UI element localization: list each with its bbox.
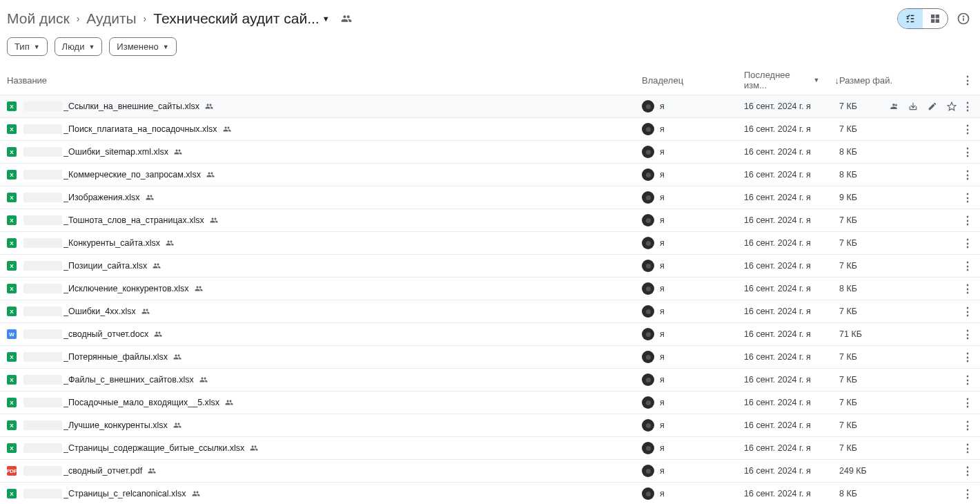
chevron-right-icon: › (144, 13, 147, 24)
row-more-button[interactable]: ⋮ (963, 419, 973, 432)
avatar (642, 419, 654, 432)
header-more-button[interactable]: ⋮ (963, 74, 973, 87)
file-modified: 16 сент. 2024 г. я (744, 101, 839, 111)
col-header-modified[interactable]: Последнее изм... ▼ ↓ (744, 70, 839, 90)
col-header-size[interactable]: Размер фай. (839, 75, 963, 86)
file-name-text: _Страницы_с_relcanonical.xlsx (63, 489, 186, 498)
file-name-text: _сводный_отчет.docx (63, 329, 148, 339)
redacted-prefix (23, 329, 62, 339)
col-header-owner[interactable]: Владелец (642, 75, 744, 86)
file-name-text: _Исключение_конкурентов.xlsx (63, 284, 189, 293)
info-button[interactable] (954, 9, 973, 28)
folder-shared-icon[interactable] (341, 13, 352, 24)
file-row[interactable]: X _Ошибки_sitemap.xml.xlsx я 16 сент. 20… (0, 141, 980, 164)
file-row[interactable]: X _Ссылки_на_внешние_сайты.xlsx я 16 сен… (0, 95, 980, 118)
file-name: _Страницы_с_relcanonical.xlsx (63, 489, 642, 498)
download-icon[interactable] (908, 101, 918, 111)
file-name-text: _Страницы_содержащие_битые_ссылки.xlsx (63, 443, 244, 453)
file-modified: 16 сент. 2024 г. я (744, 352, 839, 362)
row-more-button[interactable]: ⋮ (963, 305, 973, 318)
edit-icon[interactable] (928, 101, 937, 111)
breadcrumb-item-0[interactable]: Мой диск (7, 10, 70, 27)
file-name-text: _Позиции_сайта.xlsx (63, 261, 147, 271)
shared-icon (173, 421, 182, 429)
row-more-button[interactable]: ⋮ (963, 191, 973, 204)
file-row[interactable]: X _Коммерческие_по_запросам.xlsx я 16 се… (0, 164, 980, 186)
row-more-button[interactable]: ⋮ (963, 260, 973, 273)
share-icon[interactable] (889, 101, 899, 111)
file-row[interactable]: X _Конкуренты_сайта.xlsx я 16 сент. 2024… (0, 232, 980, 255)
redacted-prefix (23, 307, 62, 316)
file-row[interactable]: X _Тошнота_слов_на_страницах.xlsx я 16 с… (0, 209, 980, 232)
row-more-button[interactable]: ⋮ (963, 442, 973, 455)
row-more-button[interactable]: ⋮ (963, 168, 973, 182)
file-row[interactable]: W _сводный_отчет.docx я 16 сент. 2024 г.… (0, 323, 980, 346)
file-size: 7 КБ (839, 375, 963, 385)
row-more-button[interactable]: ⋮ (963, 465, 973, 478)
file-row[interactable]: X _Исключение_конкурентов.xlsx я 16 сент… (0, 278, 980, 300)
redacted-prefix (23, 284, 62, 293)
row-more-button[interactable]: ⋮ (963, 100, 973, 113)
file-name-text: _Поиск_плагиата_на_посадочных.xlsx (63, 124, 217, 134)
redacted-prefix (23, 375, 62, 385)
filter-modified[interactable]: Изменено ▼ (109, 37, 176, 56)
shared-icon (195, 284, 203, 293)
shared-icon (225, 398, 233, 407)
owner-label: я (660, 215, 665, 225)
avatar (642, 100, 654, 113)
row-more-button[interactable]: ⋮ (963, 146, 973, 159)
row-more-button[interactable]: ⋮ (963, 374, 973, 387)
list-view-button[interactable] (898, 9, 923, 28)
file-name: _Коммерческие_по_запросам.xlsx (63, 170, 642, 180)
file-size: 7 КБ (839, 215, 963, 225)
breadcrumb-item-current[interactable]: Технический аудит сай... ▼ (153, 10, 329, 27)
redacted-prefix (23, 420, 62, 430)
row-more-button[interactable]: ⋮ (963, 123, 973, 136)
file-owner: я (642, 100, 744, 113)
xlsx-file-icon: X (7, 147, 17, 157)
file-name: _Поиск_плагиата_на_посадочных.xlsx (63, 124, 642, 134)
row-more-button[interactable]: ⋮ (963, 351, 973, 364)
avatar (642, 260, 654, 272)
file-row[interactable]: X _Изображения.xlsx я 16 сент. 2024 г. я… (0, 186, 980, 209)
col-header-name[interactable]: Название (7, 75, 642, 86)
avatar (642, 396, 654, 409)
file-row[interactable]: X _Посадочные_мало_входящих__5.xlsx я 16… (0, 391, 980, 414)
file-modified: 16 сент. 2024 г. я (744, 466, 839, 476)
file-size: 7 КБ (839, 238, 963, 248)
shared-icon (205, 102, 213, 110)
file-row[interactable]: X _Файлы_с_внешних_сайтов.xlsx я 16 сент… (0, 369, 980, 391)
file-name-text: _Изображения.xlsx (63, 193, 140, 202)
file-row[interactable]: PDF _сводный_отчет.pdf я 16 сент. 2024 г… (0, 460, 980, 483)
header-right (897, 8, 973, 29)
avatar (642, 282, 654, 295)
file-row[interactable]: X _Страницы_с_relcanonical.xlsx я 16 сен… (0, 483, 980, 504)
filter-people[interactable]: Люди ▼ (55, 37, 103, 56)
row-more-button[interactable]: ⋮ (963, 328, 973, 341)
owner-label: я (660, 170, 665, 180)
breadcrumb-item-1[interactable]: Аудиты (86, 10, 136, 27)
filter-type[interactable]: Тип ▼ (7, 37, 48, 56)
star-icon[interactable] (947, 101, 957, 111)
file-name: _Ссылки_на_внешние_сайты.xlsx (63, 101, 642, 111)
file-row[interactable]: X _Потерянные_файлы.xlsx я 16 сент. 2024… (0, 346, 980, 369)
row-more-button[interactable]: ⋮ (963, 487, 973, 501)
file-row[interactable]: X _Поиск_плагиата_на_посадочных.xlsx я 1… (0, 118, 980, 141)
file-row[interactable]: X _Лучшие_конкуренты.xlsx я 16 сент. 202… (0, 414, 980, 437)
grid-view-button[interactable] (923, 9, 948, 28)
svg-point-11 (963, 16, 964, 17)
file-modified: 16 сент. 2024 г. я (744, 398, 839, 407)
avatar (642, 487, 654, 500)
row-more-button[interactable]: ⋮ (963, 214, 973, 227)
file-modified: 16 сент. 2024 г. я (744, 329, 839, 339)
file-row[interactable]: X _Страницы_содержащие_битые_ссылки.xlsx… (0, 437, 980, 460)
redacted-prefix (23, 193, 62, 202)
file-modified: 16 сент. 2024 г. я (744, 489, 839, 498)
file-row[interactable]: X _Ошибки_4xx.xlsx я 16 сент. 2024 г. я … (0, 300, 980, 323)
file-name: _Исключение_конкурентов.xlsx (63, 284, 642, 293)
file-row[interactable]: X _Позиции_сайта.xlsx я 16 сент. 2024 г.… (0, 255, 980, 278)
owner-label: я (660, 466, 665, 476)
row-more-button[interactable]: ⋮ (963, 396, 973, 409)
row-more-button[interactable]: ⋮ (963, 237, 973, 250)
row-more-button[interactable]: ⋮ (963, 282, 973, 295)
